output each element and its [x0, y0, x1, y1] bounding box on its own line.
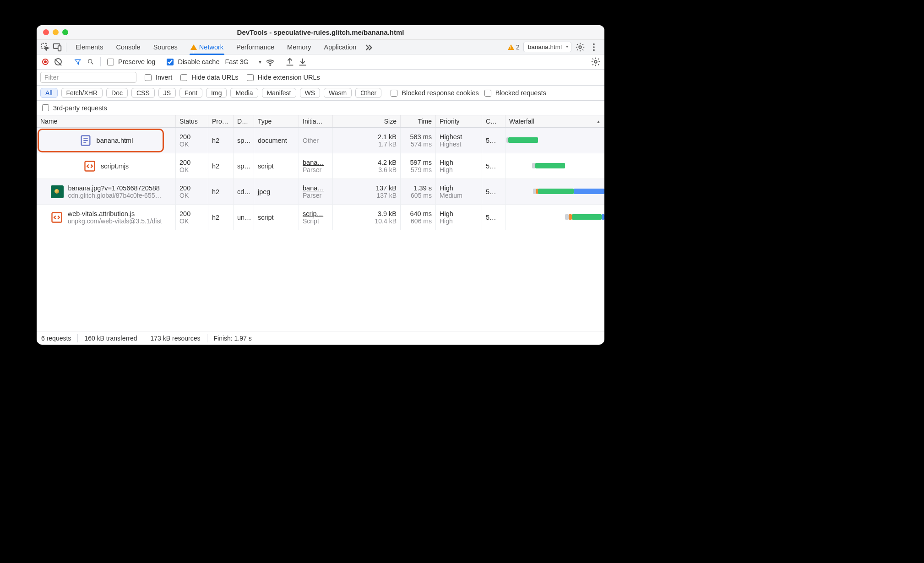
clear-icon [54, 58, 62, 65]
script-icon [50, 211, 63, 224]
svg-rect-2 [58, 46, 61, 51]
throttling-select[interactable]: Fast 3G [222, 57, 257, 67]
more-menu-icon[interactable] [589, 42, 599, 52]
chip-all[interactable]: All [40, 88, 58, 98]
table-row[interactable]: script.mjs 200OK h2 sp… script bana…Pars… [37, 153, 604, 179]
col-time[interactable]: Time [401, 115, 436, 127]
record-icon [42, 59, 49, 65]
waterfall-cell [505, 153, 604, 179]
status-transferred: 160 kB transferred [78, 334, 144, 342]
status-requests: 6 requests [41, 334, 78, 342]
filter-bar: Filter Invert Hide data URLs Hide extens… [37, 70, 604, 86]
table-row[interactable]: banana.html 200OK h2 sp… document Other … [37, 128, 604, 153]
issues-badge[interactable]: 2 [508, 43, 520, 51]
minimize-window-button[interactable] [53, 29, 59, 35]
tab-elements[interactable]: Elements [70, 40, 109, 54]
col-priority[interactable]: Priority [436, 115, 482, 127]
type-chips: All Fetch/XHR Doc CSS JS Font Img Media … [37, 86, 604, 101]
col-domain[interactable]: D… [234, 115, 254, 127]
document-icon [79, 134, 92, 147]
col-protocol[interactable]: Pro… [208, 115, 234, 127]
svg-point-9 [594, 60, 597, 63]
network-toolbar: Preserve log Disable cache Fast 3G▼ [37, 54, 604, 70]
chip-fetch-xhr[interactable]: Fetch/XHR [61, 88, 103, 98]
chip-font[interactable]: Font [179, 88, 202, 98]
settings-icon[interactable] [575, 42, 585, 52]
col-connection[interactable]: C… [482, 115, 505, 127]
chip-manifest[interactable]: Manifest [262, 88, 296, 98]
chip-js[interactable]: JS [158, 88, 176, 98]
hide-data-urls-checkbox[interactable]: Hide data URLs [179, 73, 238, 82]
col-type[interactable]: Type [254, 115, 299, 127]
col-waterfall[interactable]: Waterfall▲ [505, 115, 604, 127]
col-size[interactable]: Size [333, 115, 401, 127]
tab-console[interactable]: Console [110, 40, 146, 54]
svg-point-7 [88, 60, 92, 63]
more-tabs-icon[interactable] [364, 42, 374, 52]
col-initiator[interactable]: Initia… [299, 115, 333, 127]
chip-ws[interactable]: WS [300, 88, 321, 98]
target-selector[interactable]: banana.html [523, 42, 571, 52]
panel-settings-icon[interactable] [591, 57, 601, 67]
devtools-window: DevTools - speculative-rules.glitch.me/b… [37, 25, 604, 345]
search-icon[interactable] [86, 57, 96, 67]
panel-tabs: Elements Console Sources Network Perform… [37, 40, 604, 54]
inspect-element-icon[interactable] [40, 42, 50, 52]
status-bar: 6 requests 160 kB transferred 173 kB res… [37, 331, 604, 345]
request-rows: banana.html 200OK h2 sp… document Other … [37, 128, 604, 331]
maximize-window-button[interactable] [62, 29, 68, 35]
chip-wasm[interactable]: Wasm [324, 88, 352, 98]
separator [66, 43, 66, 52]
warning-icon [508, 44, 514, 50]
blocked-cookies-checkbox[interactable]: Blocked response cookies [389, 88, 478, 98]
table-row[interactable]: banana.jpg?v=1705668720588cdn.glitch.glo… [37, 179, 604, 205]
device-toolbar-icon[interactable] [52, 42, 62, 52]
table-row[interactable]: web-vitals.attribution.jsunpkg.com/web-v… [37, 205, 604, 230]
waterfall-cell [505, 128, 604, 153]
clear-button[interactable] [53, 57, 63, 67]
tab-application[interactable]: Application [318, 40, 362, 54]
tab-sources[interactable]: Sources [148, 40, 183, 54]
network-conditions-icon[interactable] [265, 57, 275, 67]
invert-checkbox[interactable]: Invert [143, 73, 172, 82]
waterfall-cell [505, 205, 604, 230]
image-thumbnail-icon [51, 185, 64, 198]
status-resources: 173 kB resources [144, 334, 207, 342]
status-finish: Finish: 1.97 s [207, 334, 258, 342]
preserve-log-checkbox[interactable]: Preserve log [105, 57, 155, 67]
svg-point-6 [593, 49, 595, 51]
warning-icon [190, 44, 197, 50]
col-status[interactable]: Status [176, 115, 208, 127]
record-button[interactable] [40, 57, 50, 67]
chip-css[interactable]: CSS [131, 88, 155, 98]
chip-media[interactable]: Media [230, 88, 258, 98]
script-icon [83, 160, 96, 173]
chip-doc[interactable]: Doc [106, 88, 128, 98]
tab-memory[interactable]: Memory [282, 40, 316, 54]
third-party-checkbox[interactable]: 3rd-party requests [40, 103, 107, 113]
chip-other[interactable]: Other [355, 88, 381, 98]
grid-header: Name Status Pro… D… Type Initia… Size Ti… [37, 115, 604, 128]
import-har-icon[interactable] [298, 57, 308, 67]
svg-point-8 [270, 65, 271, 65]
window-controls [43, 29, 68, 35]
sort-asc-icon: ▲ [596, 119, 601, 124]
close-window-button[interactable] [43, 29, 49, 35]
third-party-row: 3rd-party requests [37, 101, 604, 115]
blocked-requests-checkbox[interactable]: Blocked requests [483, 88, 546, 98]
titlebar: DevTools - speculative-rules.glitch.me/b… [37, 25, 604, 40]
col-name[interactable]: Name [37, 115, 176, 127]
svg-point-4 [593, 43, 595, 45]
filter-input[interactable]: Filter [40, 72, 136, 83]
filter-toggle-icon[interactable] [73, 57, 83, 67]
hide-extension-urls-checkbox[interactable]: Hide extension URLs [245, 73, 320, 82]
window-title: DevTools - speculative-rules.glitch.me/b… [37, 28, 604, 36]
tab-performance[interactable]: Performance [231, 40, 280, 54]
chevron-down-icon: ▼ [258, 60, 262, 65]
waterfall-cell [505, 179, 604, 204]
tab-network[interactable]: Network [185, 40, 229, 54]
svg-point-5 [593, 46, 595, 48]
chip-img[interactable]: Img [206, 88, 227, 98]
svg-point-3 [579, 46, 582, 49]
export-har-icon[interactable] [285, 57, 295, 67]
